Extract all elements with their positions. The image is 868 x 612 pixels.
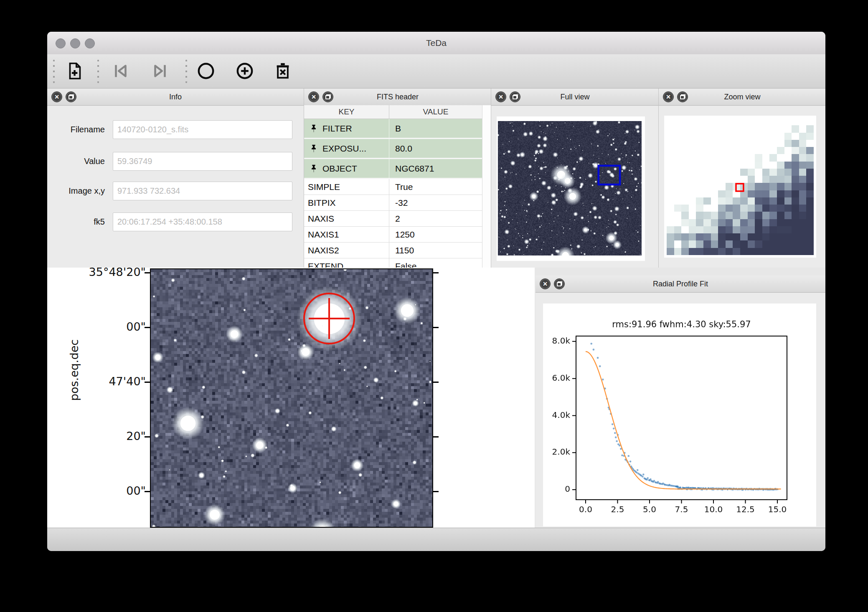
full-view-image[interactable] [498,121,642,255]
dec-tick-label: 00" [75,321,146,333]
radial-profile-panel: ✕ Radial Profile Fit [536,276,825,528]
window-title: TeDa [47,32,825,54]
value-cell: -32 [389,195,482,210]
panel-title: FITS header [304,89,491,105]
dec-tick-label: 00" [75,485,146,497]
full-view-frame [497,116,645,261]
table-row[interactable]: NAXIS2 [304,211,482,227]
table-row[interactable]: NAXIS21150 [304,243,482,258]
table-row[interactable]: BITPIX-32 [304,195,482,211]
key-cell: BITPIX [304,195,389,210]
panel-title: Radial Profile Fit [536,276,825,292]
value-cell: 1150 [389,243,482,258]
table-header-row[interactable]: KEYVALUE [304,105,482,119]
axis-tick [433,382,439,383]
pin-icon [309,164,318,173]
add-region-button[interactable] [233,59,256,83]
table-row[interactable]: NAXIS11250 [304,227,482,243]
table-row[interactable]: FILTERB [304,119,482,139]
panel-title: Zoom view [659,89,825,105]
info-panel: ✕ Info Filename Value Image x,y fk5 [47,89,304,268]
image-xy-field[interactable] [113,182,292,200]
status-bar [47,528,825,551]
fits-header-panel-header[interactable]: ✕ FITS header [304,89,491,106]
table-row[interactable]: EXTENDFalse [304,258,482,268]
next-frame-button[interactable] [148,59,172,83]
field-row: fk5 [47,212,304,231]
info-panel-header[interactable]: ✕ Info [47,89,304,106]
full-view-panel-header[interactable]: ✕ Full view [491,89,659,106]
axis-tick [145,382,150,383]
axis-tick [145,327,150,328]
fits-header-panel: ✕ FITS header KEYVALUEFILTERBEXPOSU...80… [304,89,491,268]
fk5-field[interactable] [113,212,292,231]
axis-tick [433,272,439,273]
zoom-view-panel: ✕ Zoom view [658,89,825,268]
field-row: Value [47,152,304,171]
marker-crosshair [309,318,350,319]
skip-previous-icon [111,61,130,81]
key-cell: EXTEND [304,258,389,268]
key-cell: EXPOSU... [304,139,389,158]
field-row: Filename [47,120,304,139]
field-row: Image x,y [47,182,304,200]
zoom-view-frame [664,116,816,258]
main-image-plot: pos.eq.dec 35°48'20"00"47'40"20"00" [47,268,535,528]
radial-profile-chart[interactable] [543,303,816,526]
circle-icon [196,61,216,81]
pin-icon [309,124,318,133]
table-row[interactable]: SIMPLETrue [304,179,482,195]
desktop: { "window": { "title": "TeDa" }, "toolba… [0,0,868,612]
main-image[interactable] [151,269,432,527]
axis-tick [145,436,150,438]
circle-select-button[interactable] [194,59,218,83]
panel-title: Full view [491,89,659,105]
field-label: Image x,y [47,182,105,200]
key-cell: NAXIS [304,211,389,226]
column-header-key[interactable]: KEY [304,105,389,119]
column-header-value[interactable]: VALUE [389,105,482,119]
value-cell: False [389,258,482,268]
table-scrollbar[interactable] [482,105,491,268]
table-row[interactable]: OBJECTNGC6871 [304,159,482,179]
axis-tick [433,436,439,438]
key-cell: FILTER [304,119,389,138]
open-file-button[interactable] [63,59,86,83]
skip-next-icon [150,61,170,81]
axis-tick [433,327,439,328]
panel-title: Info [47,89,304,105]
axis-tick [433,491,439,492]
fits-header-table[interactable]: KEYVALUEFILTERBEXPOSU...80.0OBJECTNGC687… [304,105,482,268]
delete-region-button[interactable] [271,59,294,83]
zoom-view-image[interactable] [667,118,814,255]
field-label: Value [47,152,105,171]
dec-tick-label: 20" [75,430,146,443]
add-circle-icon [235,61,255,81]
value-field[interactable] [113,152,292,171]
trash-x-icon [273,61,292,81]
dec-tick-label: 35°48'20" [75,268,146,278]
key-cell: NAXIS1 [304,227,389,242]
toolbar-drag-handle[interactable] [53,60,55,83]
radial-panel-header[interactable]: ✕ Radial Profile Fit [536,276,825,293]
toolbar-drag-handle[interactable] [185,60,187,83]
axis-tick [145,272,150,273]
toolbar-drag-handle[interactable] [97,60,99,83]
radial-profile-figure [543,303,816,526]
zoom-view-panel-header[interactable]: ✕ Zoom view [659,89,825,106]
dec-tick-label: 47'40" [75,375,146,388]
key-cell: OBJECT [304,159,389,178]
axis-tick [145,491,150,492]
table-row[interactable]: EXPOSU...80.0 [304,139,482,159]
value-cell: 80.0 [389,139,482,158]
filename-field[interactable] [113,120,292,139]
key-cell: NAXIS2 [304,243,389,258]
previous-frame-button[interactable] [109,59,132,83]
toolbar [47,54,825,89]
value-cell: 2 [389,211,482,226]
value-cell: True [389,179,482,195]
key-cell: SIMPLE [304,179,389,195]
field-label: Filename [47,120,105,139]
value-cell: 1250 [389,227,482,242]
title-bar[interactable]: TeDa [47,32,825,55]
